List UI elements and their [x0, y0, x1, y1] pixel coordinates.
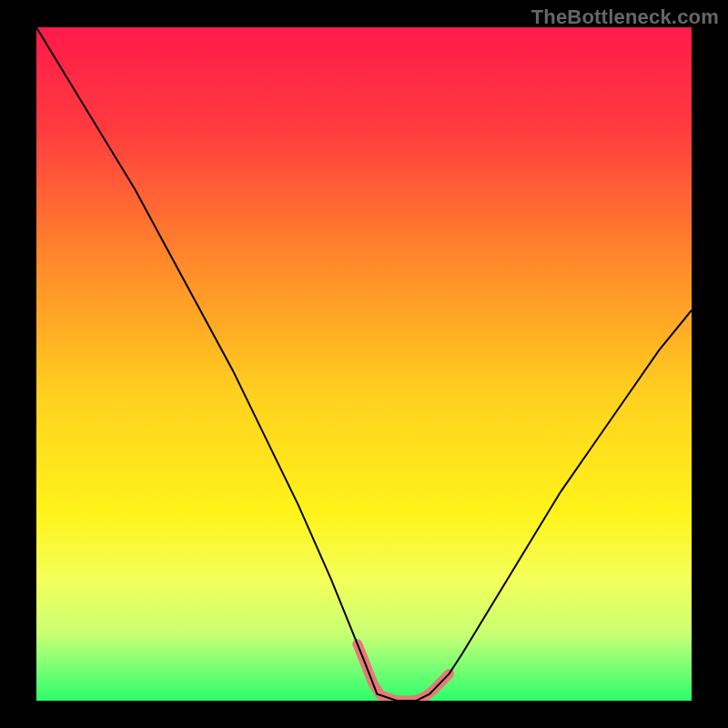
chart-svg [36, 27, 692, 701]
watermark-text: TheBottleneck.com [531, 5, 719, 29]
plot-background [36, 27, 692, 701]
chart-container: TheBottleneck.com [0, 0, 728, 728]
